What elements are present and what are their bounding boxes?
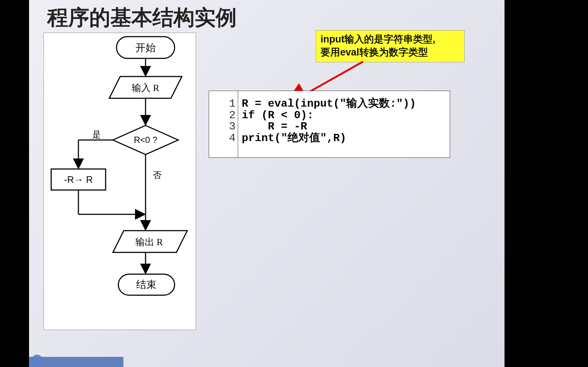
slide: 程序的基本结构实例 开始 输入 R R<0 ? 是 — [29, 0, 505, 367]
slide-title: 程序的基本结构实例 — [47, 4, 237, 32]
flow-input-label: 输入 R — [132, 83, 160, 93]
flow-end-label: 结束 — [136, 279, 156, 290]
note-line2: 要用eval转换为数字类型 — [320, 47, 428, 58]
flow-decision-label: R<0 ? — [134, 135, 158, 145]
flowchart-panel: 开始 输入 R R<0 ? 是 -R→ R 否 输出 R — [44, 33, 196, 330]
line-number-gutter: 1 2 3 4 — [209, 91, 238, 157]
code-line: R = -R — [242, 120, 307, 133]
note-line1: input输入的是字符串类型, — [320, 34, 435, 45]
code-content: R = eval(input("输入实数:")) if (R < 0): R =… — [238, 91, 450, 157]
line-number: 2 — [209, 110, 236, 121]
flowchart-svg: 开始 输入 R R<0 ? 是 -R→ R 否 输出 R — [44, 33, 196, 330]
line-number: 4 — [209, 133, 236, 144]
code-line: print("绝对值",R) — [242, 132, 346, 144]
line-number: 1 — [209, 98, 236, 110]
code-box: 1 2 3 4 R = eval(input("输入实数:")) if (R <… — [209, 91, 450, 158]
flow-process-label: -R→ R — [64, 174, 93, 185]
callout-note: input输入的是字符串类型, 要用eval转换为数字类型 — [316, 30, 465, 62]
code-line: if (R < 0): — [242, 109, 314, 121]
flow-yes-label: 是 — [92, 130, 101, 139]
footer-logo — [31, 355, 43, 366]
code-line: R = eval(input("输入实数:")) — [242, 98, 416, 110]
flow-no-label: 否 — [153, 170, 162, 180]
flow-start-label: 开始 — [135, 42, 156, 53]
flow-output-label: 输出 R — [135, 237, 163, 247]
line-number: 3 — [209, 121, 236, 133]
footer-strip — [29, 357, 123, 367]
